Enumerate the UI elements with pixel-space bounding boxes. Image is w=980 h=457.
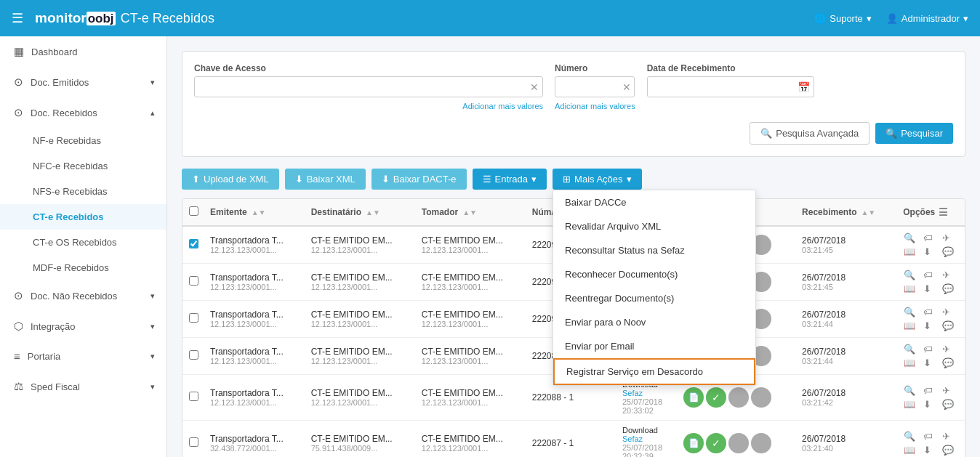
comment-action-icon[interactable]: 💬: [941, 283, 959, 295]
search-button[interactable]: 🔍 Pesquisar: [875, 123, 953, 144]
admin-button[interactable]: 👤 Administrador ▾: [886, 13, 968, 24]
comment-action-icon[interactable]: 💬: [941, 398, 959, 411]
sidebar-item-portaria[interactable]: ≡ Portaria ▾: [0, 341, 166, 371]
enviar-email-item[interactable]: Enviar por Email: [553, 334, 755, 358]
send-action-icon[interactable]: ✈: [941, 269, 959, 281]
mais-acoes-button[interactable]: ⊞ Mais Ações ▾: [553, 169, 641, 190]
chevron-down-icon: ▾: [150, 352, 155, 361]
comment-action-icon[interactable]: 💬: [941, 320, 959, 332]
sidebar-item-cte-recebidos[interactable]: CT-e Recebidos: [0, 204, 166, 230]
send-action-icon[interactable]: ✈: [941, 343, 959, 355]
suporte-button[interactable]: 🌐 Suporte ▾: [814, 13, 872, 24]
send-action-icon[interactable]: ✈: [941, 306, 959, 318]
numero-clear-icon[interactable]: ✕: [622, 81, 631, 93]
reconsultar-status-item[interactable]: Reconsultar Status na Sefaz: [553, 238, 755, 262]
search-action-icon[interactable]: 🔍: [903, 343, 920, 355]
sidebar-item-doc-emitidos[interactable]: ⊙ Doc. Emitidos ▾: [0, 67, 166, 97]
baixar-dacte-button[interactable]: ⬇ Baixar DACT-e: [371, 169, 467, 190]
send-action-icon[interactable]: ✈: [941, 430, 959, 442]
reconhecer-doc-item[interactable]: Reconhecer Documento(s): [553, 262, 755, 286]
enviar-noov-item[interactable]: Enviar para o Noov: [553, 310, 755, 334]
book-action-icon[interactable]: 📖: [903, 320, 920, 332]
select-all-checkbox[interactable]: [189, 206, 198, 216]
row-checkbox[interactable]: [189, 350, 198, 360]
sort-icon[interactable]: ▲▼: [252, 209, 266, 217]
sidebar-item-nfe-recebidas[interactable]: NF-e Recebidas: [0, 128, 166, 153]
revalidar-xml-item[interactable]: Revalidar Arquivo XML: [553, 214, 755, 238]
tag-action-icon[interactable]: 🏷: [923, 430, 940, 442]
registrar-servico-item[interactable]: Registrar Serviço em Desacordo: [553, 358, 755, 385]
book-action-icon[interactable]: 📖: [903, 357, 920, 369]
sidebar-item-dashboard[interactable]: ▦ Dashboard: [0, 36, 166, 67]
row-checkbox[interactable]: [189, 437, 198, 447]
comment-action-icon[interactable]: 💬: [941, 444, 959, 456]
tag-action-icon[interactable]: 🏷: [923, 269, 940, 281]
search-icon: 🔍: [885, 128, 897, 139]
row-destinatario: CT-E EMITIDO EM...12.123.123/0001...: [305, 301, 416, 338]
book-action-icon[interactable]: 📖: [903, 398, 920, 411]
row-checkbox[interactable]: [189, 313, 198, 323]
baixar-xml-button[interactable]: ⬇ Baixar XML: [285, 169, 366, 190]
search-action-icon[interactable]: 🔍: [903, 430, 920, 442]
sort-icon[interactable]: ▲▼: [861, 209, 875, 217]
sidebar-item-integracao[interactable]: ⬡ Integração ▾: [0, 311, 166, 341]
book-action-icon[interactable]: 📖: [903, 444, 920, 456]
data-input[interactable]: 26/07/2016 - 26/07/2018: [647, 76, 814, 97]
user-icon: 👤: [886, 13, 898, 24]
download-action-icon[interactable]: ⬇: [923, 357, 940, 369]
entrada-button[interactable]: ☰ Entrada ▾: [473, 169, 547, 190]
download-icon: ⬇: [295, 174, 303, 185]
download-action-icon[interactable]: ⬇: [923, 398, 940, 411]
download-action-icon[interactable]: ⬇: [923, 444, 940, 456]
advanced-search-button[interactable]: 🔍 Pesquisa Avançada: [750, 122, 869, 145]
tag-action-icon[interactable]: 🏷: [923, 343, 940, 355]
reentregar-doc-item[interactable]: Reentregar Documento(s): [553, 286, 755, 310]
calendar-icon[interactable]: 📅: [798, 81, 810, 93]
download-action-icon[interactable]: ⬇: [923, 283, 940, 295]
comment-action-icon[interactable]: 💬: [941, 357, 959, 369]
book-action-icon[interactable]: 📖: [903, 246, 920, 258]
baixar-dacce-item[interactable]: Baixar DACCe: [553, 190, 755, 214]
sidebar-item-sped-fiscal[interactable]: ⚖ Sped Fiscal ▾: [0, 371, 166, 402]
gray-status-icon1: [728, 433, 749, 453]
gray-status-icon2: [751, 387, 771, 408]
sidebar-item-nfce-recebidas[interactable]: NFC-e Recebidas: [0, 153, 166, 179]
row-checkbox[interactable]: [189, 239, 198, 248]
chave-clear-icon[interactable]: ✕: [530, 81, 539, 93]
search-action-icon[interactable]: 🔍: [903, 384, 920, 397]
sidebar-item-doc-recebidos[interactable]: ⊙ Doc. Recebidos ▴: [0, 97, 166, 128]
search-action-icon[interactable]: 🔍: [903, 306, 920, 318]
download-action-icon[interactable]: ⬇: [923, 246, 940, 258]
chave-add-more[interactable]: Adicionar mais valores: [194, 102, 543, 110]
row-status: 📄 ✓: [678, 421, 796, 458]
tag-action-icon[interactable]: 🏷: [923, 384, 940, 397]
sidebar-item-mdfe-recebidos[interactable]: MDF-e Recebidos: [0, 255, 166, 280]
chave-input[interactable]: [194, 76, 543, 97]
menu-toggle-icon[interactable]: ☰: [12, 10, 23, 26]
book-action-icon[interactable]: 📖: [903, 283, 920, 295]
row-recebimento: 26/07/201803:21:44: [796, 301, 897, 338]
tag-action-icon[interactable]: 🏷: [923, 232, 940, 244]
comment-action-icon[interactable]: 💬: [941, 246, 959, 258]
row-checkbox[interactable]: [189, 392, 198, 401]
send-action-icon[interactable]: ✈: [941, 232, 959, 244]
search-action-icon[interactable]: 🔍: [903, 269, 920, 281]
sort-icon[interactable]: ▲▼: [366, 209, 380, 217]
search-action-icon[interactable]: 🔍: [903, 232, 920, 244]
download-action-icon[interactable]: ⬇: [923, 320, 940, 332]
tag-action-icon[interactable]: 🏷: [923, 306, 940, 318]
row-checkbox[interactable]: [189, 276, 198, 286]
filter-chave: Chave de Acesso ✕ Adicionar mais valores: [194, 63, 543, 110]
header: ☰ monitoroobj CT-e Recebidos 🌐 Suporte ▾…: [0, 0, 980, 36]
main-content: Chave de Acesso ✕ Adicionar mais valores…: [167, 36, 980, 457]
sidebar-item-doc-nao-recebidos[interactable]: ⊙ Doc. Não Recebidos ▾: [0, 280, 166, 311]
options-menu-icon[interactable]: ☰: [939, 206, 948, 218]
sort-icon[interactable]: ▲▼: [462, 209, 477, 217]
upload-xml-button[interactable]: ⬆ Upload de XML: [182, 169, 279, 190]
row-destinatario: CT-E EMITIDO EM...12.123.123/0001...: [305, 338, 416, 375]
sidebar-item-nfse-recebidas[interactable]: NFS-e Recebidas: [0, 179, 166, 204]
numero-add-more[interactable]: Adicionar mais valores: [555, 102, 635, 110]
send-action-icon[interactable]: ✈: [941, 384, 959, 397]
sidebar-item-cte-os-recebidos[interactable]: CT-e OS Recebidos: [0, 230, 166, 255]
row-tomador: CT-E EMITIDO EM...12.123.123/0001...: [416, 264, 526, 301]
